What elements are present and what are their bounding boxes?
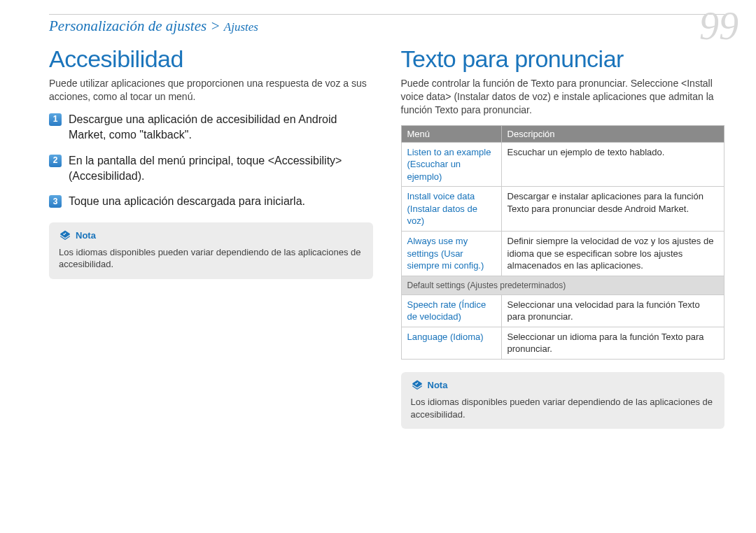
table-subheader: Default settings (Ajustes predeterminado… (401, 276, 724, 294)
menu-cell: Speech rate (Índice de velocidad) (401, 294, 501, 327)
breadcrumb-sub: Ajustes (224, 20, 258, 34)
menu-cell: Listen to an example (Escuchar un ejempl… (401, 142, 501, 187)
step-text-2: En la pantalla del menú principal, toque… (69, 153, 373, 185)
step-1: 1 Descargue una aplicación de accesibili… (49, 112, 373, 143)
step-2: 2 En la pantalla del menú principal, toq… (49, 153, 373, 185)
note-text-right: Los idiomas disponibles pueden variar de… (411, 396, 715, 420)
menu-cell: Language (Idioma) (401, 327, 501, 359)
desc-cell: Seleccionar una velocidad para la funció… (501, 294, 724, 327)
breadcrumb-main: Personalización de ajustes (49, 17, 206, 34)
table-row: Listen to an example (Escuchar un ejempl… (401, 142, 724, 187)
step-number-3: 3 (49, 195, 62, 208)
note-box-left: Nota Los idiomas disponibles pueden vari… (49, 222, 373, 279)
left-column: Accesibilidad Puede utilizar aplicacione… (49, 45, 373, 429)
page-number: 99 (699, 3, 738, 48)
table-row: Install voice data (Instalar datos de vo… (401, 187, 724, 232)
note-box-right: Nota Los idiomas disponibles pueden vari… (401, 372, 725, 429)
breadcrumb-sep: > (210, 17, 220, 34)
step-text-1: Descargue una aplicación de accesibilida… (69, 112, 373, 143)
note-label-left: Nota (76, 230, 96, 241)
breadcrumb: Personalización de ajustes > Ajustes (49, 17, 724, 35)
note-text-left: Los idiomas disponibles pueden variar de… (59, 246, 363, 271)
step-text-3: Toque una aplicación descargada para ini… (69, 194, 305, 209)
desc-cell: Descargar e instalar aplicaciones para l… (501, 187, 724, 232)
note-icon (411, 379, 424, 392)
top-divider (49, 14, 724, 15)
table-row: Speech rate (Índice de velocidad) Selecc… (401, 294, 724, 327)
intro-text-right: Puede controlar la función de Texto para… (401, 77, 725, 117)
subheader-cell: Default settings (Ajustes predeterminado… (401, 276, 724, 294)
desc-cell: Seleccionar un idioma para la función Te… (501, 327, 724, 359)
note-label-right: Nota (428, 380, 448, 390)
intro-text-left: Puede utilizar aplicaciones que proporci… (49, 77, 373, 104)
table-head-menu: Menú (401, 125, 501, 142)
heading-texto: Texto para pronunciar (401, 45, 725, 73)
table-row: Language (Idioma) Seleccionar un idioma … (401, 327, 724, 359)
step-3: 3 Toque una aplicación descargada para i… (49, 194, 373, 209)
right-column: Texto para pronunciar Puede controlar la… (401, 45, 725, 429)
desc-cell: Escuchar un ejemplo de texto hablado. (501, 142, 724, 187)
menu-table: Menú Descripción Listen to an example (E… (401, 125, 725, 360)
step-number-2: 2 (49, 155, 62, 167)
table-row: Always use my settings (Usar siempre mi … (401, 231, 724, 276)
heading-accesibilidad: Accesibilidad (49, 45, 373, 73)
note-icon (59, 229, 71, 242)
step-number-1: 1 (49, 113, 62, 126)
table-head-desc: Descripción (501, 125, 724, 142)
menu-cell: Install voice data (Instalar datos de vo… (401, 187, 501, 232)
menu-cell: Always use my settings (Usar siempre mi … (401, 231, 501, 276)
desc-cell: Definir siempre la velocidad de voz y lo… (501, 231, 724, 276)
